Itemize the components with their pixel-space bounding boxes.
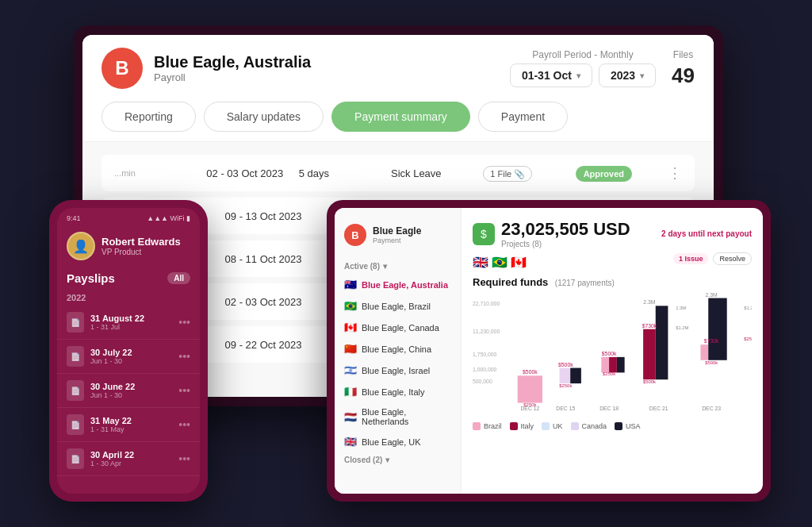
legend-color-brazil <box>473 422 481 430</box>
sidebar-item-brazil[interactable]: 🇧🇷 Blue Eagle, Brazil <box>335 295 461 317</box>
payroll-period-value[interactable]: 01-31 Oct ▾ <box>510 63 592 87</box>
bar-chart: 22,710,000 11,230,000 1,750,000 1,000,00… <box>473 289 752 416</box>
payslip-info: 30 April 22 1 - 30 Apr <box>90 450 172 467</box>
svg-text:$250k: $250k <box>559 383 572 388</box>
avatar: 👤 <box>67 232 95 260</box>
sidebar-item-uk[interactable]: 🇬🇧 Blue Eagle, UK <box>335 431 461 452</box>
resolve-button[interactable]: Resolve <box>713 252 752 265</box>
payment-top-row: $ 23,025,505 USD Projects (8) 2 days unt… <box>473 219 752 248</box>
more-icon[interactable]: ••• <box>178 452 190 465</box>
sidebar-item-italy[interactable]: 🇮🇹 Blue Eagle, Italy <box>335 381 461 402</box>
tab-payment[interactable]: Payment <box>478 102 568 132</box>
list-item[interactable]: 📄 30 June 22 Jun 1 - 30 ••• <box>57 374 200 408</box>
list-item[interactable]: 📄 31 August 22 1 - 31 Jul ••• <box>57 306 200 340</box>
req-funds-title: Required funds <box>473 276 548 288</box>
payslip-date: 30 June 22 <box>90 382 172 391</box>
sidebar-logo: B <box>344 224 366 246</box>
company-name: Blue Eagle, Australia <box>154 53 311 71</box>
list-item[interactable]: 📄 30 July 22 Jun 1 - 30 ••• <box>57 340 200 374</box>
tablet-main: $ 23,025,505 USD Projects (8) 2 days unt… <box>462 208 763 494</box>
tablet-sidebar: B Blue Eagle Payment Active (8) ▾ 🇦🇺 Blu… <box>335 208 462 494</box>
svg-text:DEC 23: DEC 23 <box>702 406 721 411</box>
file-badge: 1 File 📎 <box>483 166 532 182</box>
company-row: B Blue Eagle, Australia Payroll Payroll … <box>102 48 695 89</box>
company-logo: B <box>102 48 143 89</box>
more-icon[interactable]: ••• <box>178 418 190 431</box>
svg-text:22,710,000: 22,710,000 <box>473 301 500 306</box>
bar-brazil-dec23 <box>700 344 708 360</box>
legend-color-italy <box>510 422 518 430</box>
svg-text:$730k: $730k <box>642 323 657 329</box>
scene: B Blue Eagle, Australia Payroll Payroll … <box>49 25 763 502</box>
bar-italy-dec21 <box>643 329 656 380</box>
all-filter-badge[interactable]: All <box>167 272 190 284</box>
tab-salary-updates[interactable]: Salary updates <box>204 102 324 132</box>
sidebar-item-israel[interactable]: 🇮🇱 Blue Eagle, Israel <box>335 360 461 381</box>
mobile-screen: 9:41 ▲▲▲ WiFi ▮ 👤 Robert Edwards VP Prod… <box>57 208 200 494</box>
legend-color-canada <box>571 422 579 430</box>
chevron-down-icon: ▾ <box>385 456 389 464</box>
legend-italy: Italy <box>510 422 534 430</box>
table-row: ...min 02 - 03 Oct 2023 5 days Sick Leav… <box>102 155 695 191</box>
row-days: 5 days <box>299 167 378 179</box>
payslip-icon: 📄 <box>67 312 84 333</box>
sidebar-item-netherlands[interactable]: 🇳🇱 Blue Eagle, Netherlands <box>335 402 461 431</box>
chart-legend: Brazil Italy UK Canada <box>473 422 752 430</box>
row-name: ...min <box>114 168 193 178</box>
payslip-icon: 📄 <box>67 448 84 469</box>
more-icon[interactable]: ••• <box>178 350 190 363</box>
mobile-device: 9:41 ▲▲▲ WiFi ▮ 👤 Robert Edwards VP Prod… <box>49 200 208 502</box>
issue-badge: 1 Issue <box>673 253 709 264</box>
bar-usa-dec23 <box>708 298 726 360</box>
bar-brazil-dec12 <box>518 375 542 402</box>
flag-brazil: 🇧🇷 <box>344 300 357 312</box>
svg-text:$250k: $250k <box>744 337 752 341</box>
svg-text:$500k: $500k <box>558 362 573 367</box>
flag-italy: 🇮🇹 <box>344 386 357 398</box>
payslips-list: 📄 31 August 22 1 - 31 Jul ••• 📄 30 July … <box>57 306 200 494</box>
payslip-icon: 📄 <box>67 380 84 401</box>
sidebar-company-name: Blue Eagle <box>373 225 421 237</box>
more-icon[interactable]: ••• <box>178 384 190 397</box>
payslip-info: 30 July 22 Jun 1 - 30 <box>90 348 172 365</box>
legend-usa: USA <box>615 422 641 430</box>
laptop-header: B Blue Eagle, Australia Payroll Payroll … <box>82 35 714 142</box>
sidebar-item-china[interactable]: 🇨🇳 Blue Eagle, China <box>335 338 461 360</box>
payslip-icon: 📄 <box>67 414 84 435</box>
legend-color-uk <box>542 422 550 430</box>
tab-reporting[interactable]: Reporting <box>102 102 196 132</box>
sidebar-section-active[interactable]: Active (8) ▾ <box>335 259 461 274</box>
sidebar-section-closed[interactable]: Closed (2) ▾ <box>335 452 461 467</box>
sidebar-item-canada[interactable]: 🇨🇦 Blue Eagle, Canada <box>335 317 461 338</box>
year-label: 2022 <box>57 290 200 306</box>
more-icon[interactable]: ••• <box>178 316 190 329</box>
tablet-device: B Blue Eagle Payment Active (8) ▾ 🇦🇺 Blu… <box>327 200 771 502</box>
row-date: 02 - 03 Oct 2023 <box>206 167 285 179</box>
list-item[interactable]: 📄 30 April 22 1 - 30 Apr ••• <box>57 442 200 476</box>
payslip-date: 30 April 22 <box>90 450 172 460</box>
payroll-period-label: Payroll Period - Monthly <box>532 49 633 60</box>
payslip-info: 30 June 22 Jun 1 - 30 <box>90 382 172 399</box>
row-file: 1 File 📎 <box>483 167 562 179</box>
payroll-year-value[interactable]: 2023 ▾ <box>599 63 656 87</box>
flag-netherlands: 🇳🇱 <box>344 411 357 423</box>
flag-canada: 🇨🇦 <box>344 321 357 333</box>
payslip-date: 31 August 22 <box>90 314 172 323</box>
flag-australia: 🇦🇺 <box>344 279 357 290</box>
bar-usa-dec21 <box>656 306 668 379</box>
payslip-period: Jun 1 - 30 <box>90 391 172 399</box>
tab-payment-summary[interactable]: Payment summary <box>331 102 470 132</box>
sidebar-item-australia[interactable]: 🇦🇺 Blue Eagle, Australia <box>335 274 461 295</box>
row-date: 09 - 13 Oct 2023 <box>225 210 324 222</box>
more-icon[interactable]: ⋮ <box>668 164 682 182</box>
mobile-status-bar: 9:41 ▲▲▲ WiFi ▮ <box>57 208 200 225</box>
row-date: 08 - 11 Oct 2023 <box>225 253 324 265</box>
req-funds-sub: (1217 payments) <box>555 279 615 287</box>
company-info: B Blue Eagle, Australia Payroll <box>102 48 311 89</box>
flag-uk-small: 🇬🇧 <box>473 255 488 270</box>
issue-row: 1 Issue Resolve <box>673 252 752 265</box>
payroll-meta: Payroll Period - Monthly 01-31 Oct ▾ 202… <box>510 49 695 88</box>
files-count: 49 <box>672 63 695 88</box>
list-item[interactable]: 📄 31 May 22 1 - 31 May ••• <box>57 408 200 442</box>
svg-text:$1.2M: $1.2M <box>676 325 688 330</box>
